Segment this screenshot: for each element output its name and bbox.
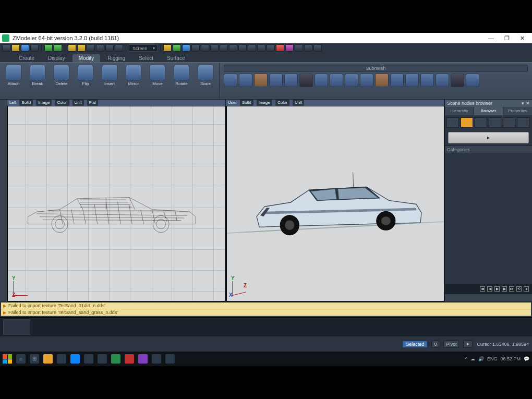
qa-icon[interactable] <box>285 44 294 52</box>
subtool-icon[interactable] <box>436 74 449 87</box>
qa-icon[interactable] <box>87 44 95 52</box>
tray-cloud-icon[interactable]: ☁ <box>470 356 475 361</box>
tray-lang[interactable]: ENG <box>487 356 498 361</box>
qa-redo-icon[interactable] <box>77 44 86 52</box>
maximize-button[interactable]: ❐ <box>499 35 515 42</box>
taskbar-app-icon[interactable] <box>57 354 66 364</box>
transport-next-icon[interactable]: ▶ <box>502 286 507 292</box>
qa-icon[interactable] <box>220 44 228 52</box>
tab-hierarchy[interactable]: Hierarchy <box>445 107 474 115</box>
tray-clock[interactable]: 06:52 PM <box>500 356 521 361</box>
qa-icon[interactable] <box>201 44 209 52</box>
node-thumb[interactable] <box>489 117 501 128</box>
qa-undo-icon[interactable] <box>68 44 76 52</box>
qa-icon[interactable] <box>191 44 200 52</box>
subtool-icon[interactable] <box>360 74 373 87</box>
taskbar-taskview-icon[interactable]: ⊞ <box>30 354 39 364</box>
subtool-icon[interactable] <box>345 74 358 87</box>
node-thumb[interactable] <box>446 117 459 128</box>
start-button[interactable] <box>3 354 12 364</box>
tool-attach[interactable]: Attach <box>3 65 24 97</box>
qa-saveas-icon[interactable] <box>30 44 39 52</box>
tab-modify[interactable]: Modify <box>72 54 100 62</box>
tool-flip[interactable]: Flip <box>75 65 96 97</box>
qa-import-icon[interactable] <box>44 44 53 52</box>
tool-mirror[interactable]: Mirror <box>123 65 144 97</box>
taskbar-app-icon[interactable] <box>125 354 134 364</box>
viewport-right[interactable]: Y Z X <box>226 106 444 301</box>
viewport-dropdown[interactable]: Screen <box>129 44 158 52</box>
qa-icon[interactable] <box>304 44 312 52</box>
tray-chevron-icon[interactable]: ^ <box>465 356 467 361</box>
subtool-icon[interactable] <box>405 74 419 87</box>
qa-open-icon[interactable] <box>11 44 20 52</box>
transport-rec-icon[interactable]: ● <box>524 286 529 292</box>
warning-message[interactable]: Failed to import texture 'TerSand_sand_g… <box>1 309 531 316</box>
tool-insert[interactable]: Insert <box>99 65 120 97</box>
panel-action-button[interactable]: ▸ <box>448 132 529 143</box>
qa-icon[interactable] <box>210 44 219 52</box>
panel-collapse-icon[interactable]: ▾ ✕ <box>522 101 530 106</box>
tool-delete[interactable]: Delete <box>51 65 72 97</box>
qa-icon[interactable] <box>96 44 104 52</box>
qa-icon[interactable] <box>295 44 303 52</box>
subtool-icon[interactable] <box>269 74 283 87</box>
qa-icon[interactable] <box>182 44 190 52</box>
tab-surface[interactable]: Surface <box>161 54 191 62</box>
qa-icon[interactable] <box>276 44 284 52</box>
tool-break[interactable]: Break <box>27 65 48 97</box>
qa-icon[interactable] <box>229 44 237 52</box>
qa-icon[interactable] <box>115 44 123 52</box>
taskbar-search-icon[interactable]: ⌕ <box>16 354 26 364</box>
subtool-icon[interactable] <box>466 74 479 87</box>
tab-select[interactable]: Select <box>132 54 160 62</box>
minimize-button[interactable]: — <box>483 35 499 41</box>
node-thumb[interactable] <box>517 117 529 128</box>
subtool-icon[interactable] <box>330 74 343 87</box>
taskbar-app-icon[interactable] <box>111 354 120 364</box>
node-thumb[interactable] <box>503 117 515 128</box>
taskbar-zmodeler-icon[interactable] <box>165 354 175 364</box>
taskbar-app-icon[interactable] <box>98 354 107 364</box>
qa-save-icon[interactable] <box>21 44 29 52</box>
tool-move[interactable]: Move <box>147 65 168 97</box>
status-mode[interactable]: Pivot <box>443 341 459 348</box>
transport-prev-icon[interactable]: ◀ <box>487 286 492 292</box>
tab-rigging[interactable]: Rigging <box>101 54 131 62</box>
subtool-icon[interactable] <box>315 74 328 87</box>
taskbar-app-icon[interactable] <box>138 354 148 364</box>
material-strip[interactable] <box>0 317 532 336</box>
left-rail[interactable] <box>0 100 7 301</box>
qa-icon[interactable] <box>257 44 265 52</box>
taskbar-explorer-icon[interactable] <box>43 354 53 364</box>
warning-message[interactable]: Failed to import texture 'TerSand_01dirt… <box>1 303 531 309</box>
subtool-icon[interactable] <box>254 74 268 87</box>
panel-body[interactable] <box>445 153 532 284</box>
qa-icon[interactable] <box>248 44 256 52</box>
qa-export-icon[interactable] <box>54 44 62 52</box>
system-tray[interactable]: ^ ☁ 🔊 ENG 06:52 PM 💬 <box>465 356 529 361</box>
tray-notifications-icon[interactable]: 💬 <box>524 356 529 361</box>
qa-icon[interactable] <box>163 44 172 52</box>
qa-new-icon[interactable] <box>2 44 10 52</box>
qa-icon[interactable] <box>105 44 114 52</box>
close-button[interactable]: ✕ <box>515 35 530 42</box>
status-snap-icon[interactable]: ✦ <box>463 341 473 348</box>
node-thumb[interactable] <box>461 117 473 128</box>
subtool-icon[interactable] <box>451 74 464 87</box>
qa-icon[interactable] <box>313 44 322 52</box>
node-thumb[interactable] <box>475 117 487 128</box>
transport-play-icon[interactable]: ▶ <box>494 286 500 292</box>
tab-properties[interactable]: Properties <box>503 107 532 115</box>
transport-last-icon[interactable]: ⏭ <box>509 286 514 292</box>
tool-rotate[interactable]: Rotate <box>171 65 192 97</box>
subtool-icon[interactable] <box>224 74 237 87</box>
subtool-icon[interactable] <box>239 74 252 87</box>
viewport-left-header[interactable]: Left Solid Image Color Unit Flat <box>7 100 226 106</box>
subtool-icon[interactable] <box>299 74 313 87</box>
taskbar-browser-icon[interactable] <box>70 354 80 364</box>
viewport-left[interactable]: YZ <box>7 106 225 301</box>
transport-first-icon[interactable]: ⏮ <box>480 286 485 292</box>
qa-icon[interactable] <box>267 44 275 52</box>
panel-section-header[interactable]: Categories <box>445 146 532 153</box>
